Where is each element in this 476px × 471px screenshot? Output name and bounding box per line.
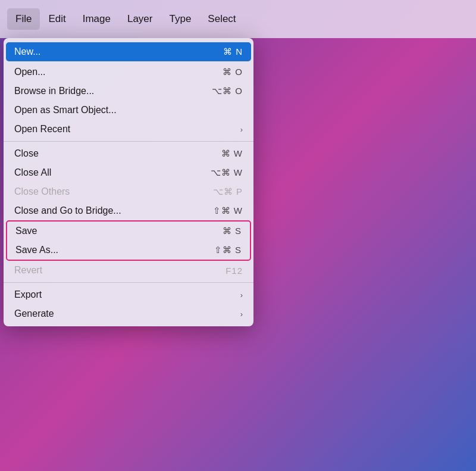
menu-item-close-all[interactable]: Close All ⌥⌘ W bbox=[4, 163, 253, 182]
menu-bar-image[interactable]: Image bbox=[74, 8, 119, 30]
menu-item-save-shortcut: ⌘ S bbox=[223, 226, 242, 236]
separator-1 bbox=[4, 141, 253, 142]
menu-item-save-as-shortcut: ⇧⌘ S bbox=[214, 245, 242, 255]
menu-bar-select[interactable]: Select bbox=[199, 8, 244, 30]
menu-item-close-label: Close bbox=[14, 148, 39, 159]
menu-item-open-label: Open... bbox=[14, 67, 45, 77]
menu-item-close-go-bridge-label: Close and Go to Bridge... bbox=[14, 205, 121, 216]
menu-item-open-smart-object-label: Open as Smart Object... bbox=[14, 105, 117, 116]
menu-item-close-go-bridge[interactable]: Close and Go to Bridge... ⇧⌘ W bbox=[4, 201, 253, 220]
file-menu-dropdown: New... ⌘ N Open... ⌘ O Browse in Bridge.… bbox=[4, 38, 253, 326]
menu-item-browse-bridge-label: Browse in Bridge... bbox=[14, 86, 94, 96]
menu-item-browse-bridge-shortcut: ⌥⌘ O bbox=[212, 86, 243, 96]
menu-item-open-recent[interactable]: Open Recent › bbox=[4, 120, 253, 139]
menu-item-browse-bridge[interactable]: Browse in Bridge... ⌥⌘ O bbox=[4, 82, 253, 101]
menu-item-close-shortcut: ⌘ W bbox=[221, 148, 243, 159]
menu-bar-layer[interactable]: Layer bbox=[119, 8, 161, 30]
menu-item-open[interactable]: Open... ⌘ O bbox=[4, 63, 253, 82]
export-arrow-icon: › bbox=[240, 291, 243, 300]
menu-item-close-all-label: Close All bbox=[14, 167, 51, 178]
menu-item-revert: Revert F12 bbox=[4, 261, 253, 280]
menu-item-close-others-label: Close Others bbox=[14, 186, 70, 197]
separator-2 bbox=[4, 282, 253, 283]
menu-item-close-all-shortcut: ⌥⌘ W bbox=[211, 167, 243, 178]
menu-item-save-as[interactable]: Save As... ⇧⌘ S bbox=[7, 241, 250, 260]
menu-item-export-label: Export bbox=[14, 289, 42, 300]
menu-bar: File Edit Image Layer Type Select bbox=[0, 0, 476, 38]
menu-item-new[interactable]: New... ⌘ N bbox=[6, 42, 251, 61]
menu-item-open-smart-object[interactable]: Open as Smart Object... bbox=[4, 101, 253, 120]
menu-bar-type[interactable]: Type bbox=[161, 8, 199, 30]
save-group: Save ⌘ S Save As... ⇧⌘ S bbox=[6, 220, 251, 261]
menu-item-open-shortcut: ⌘ O bbox=[223, 67, 243, 77]
menu-item-save-label: Save bbox=[15, 226, 37, 236]
menu-bar-edit[interactable]: Edit bbox=[40, 8, 74, 30]
menu-item-new-label: New... bbox=[14, 46, 40, 57]
menu-item-open-recent-label: Open Recent bbox=[14, 124, 70, 135]
generate-arrow-icon: › bbox=[240, 310, 243, 319]
menu-item-save-as-label: Save As... bbox=[15, 245, 58, 255]
menu-item-revert-label: Revert bbox=[14, 265, 42, 276]
menu-item-generate[interactable]: Generate › bbox=[4, 304, 253, 323]
menu-item-revert-shortcut: F12 bbox=[226, 266, 243, 276]
menu-item-close-others: Close Others ⌥⌘ P bbox=[4, 182, 253, 201]
menu-item-export[interactable]: Export › bbox=[4, 285, 253, 304]
menu-item-new-shortcut: ⌘ N bbox=[223, 46, 243, 57]
menu-bar-file[interactable]: File bbox=[7, 8, 40, 30]
menu-item-close-others-shortcut: ⌥⌘ P bbox=[213, 186, 243, 197]
menu-item-generate-label: Generate bbox=[14, 308, 54, 319]
menu-item-close-go-bridge-shortcut: ⇧⌘ W bbox=[213, 205, 243, 216]
menu-item-save[interactable]: Save ⌘ S bbox=[7, 222, 250, 241]
open-recent-arrow-icon: › bbox=[240, 125, 243, 134]
menu-item-close[interactable]: Close ⌘ W bbox=[4, 144, 253, 163]
